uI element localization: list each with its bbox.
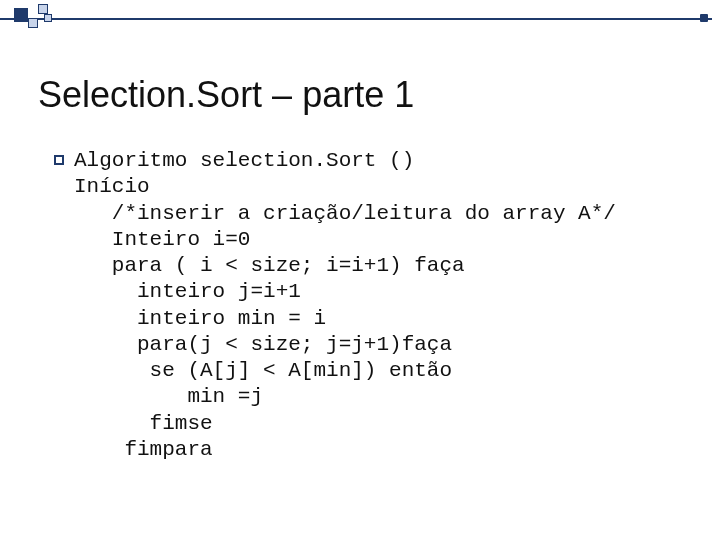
decor-square-icon bbox=[44, 14, 52, 22]
slide: Selection.Sort – parte 1 Algoritmo selec… bbox=[0, 0, 720, 540]
code-line: Inteiro i=0 bbox=[74, 227, 616, 253]
code-line: inteiro j=i+1 bbox=[74, 279, 616, 305]
code-line: para ( i < size; i=i+1) faça bbox=[74, 253, 616, 279]
slide-title: Selection.Sort – parte 1 bbox=[38, 74, 414, 116]
decor-line bbox=[0, 18, 712, 20]
bullet-icon bbox=[54, 155, 64, 165]
decor-dot-icon bbox=[700, 14, 708, 22]
code-line: Início bbox=[74, 174, 616, 200]
code-line: inteiro min = i bbox=[74, 306, 616, 332]
decor-bar bbox=[0, 4, 720, 36]
code-block: Algoritmo selection.Sort () Início /*ins… bbox=[54, 148, 680, 463]
code-line: fimpara bbox=[74, 437, 616, 463]
decor-square-icon bbox=[14, 8, 28, 22]
code-line: para(j < size; j=j+1)faça bbox=[74, 332, 616, 358]
code-line: min =j bbox=[74, 384, 616, 410]
code-lines: Algoritmo selection.Sort () Início /*ins… bbox=[74, 148, 616, 463]
code-line: fimse bbox=[74, 411, 616, 437]
slide-body: Algoritmo selection.Sort () Início /*ins… bbox=[54, 148, 680, 463]
code-line: /*inserir a criação/leitura do array A*/ bbox=[74, 201, 616, 227]
code-line: se (A[j] < A[min]) então bbox=[74, 358, 616, 384]
decor-square-icon bbox=[28, 18, 38, 28]
decor-square-icon bbox=[38, 4, 48, 14]
code-line: Algoritmo selection.Sort () bbox=[74, 148, 616, 174]
